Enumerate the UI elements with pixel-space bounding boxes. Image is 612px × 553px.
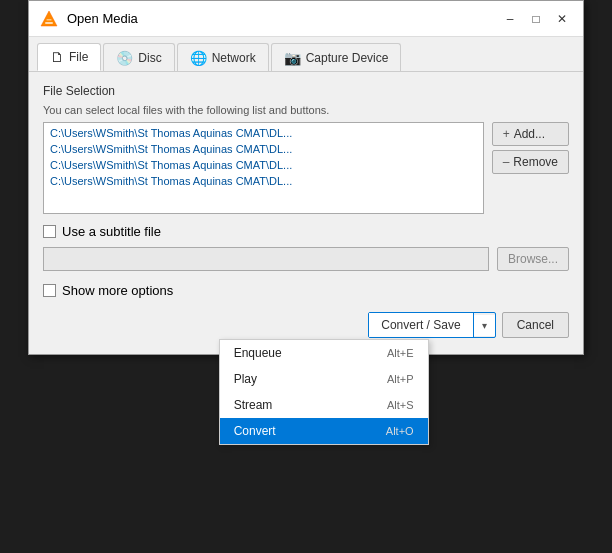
file-tab-icon: 🗋 [50,49,64,65]
file-item[interactable]: C:\Users\WSmith\St Thomas Aquinas CMAT\D… [46,125,481,141]
convert-label: Convert [234,424,276,438]
svg-rect-2 [47,19,52,21]
tab-network[interactable]: 🌐 Network [177,43,269,71]
show-more-options-checkbox[interactable] [43,284,56,297]
convert-save-dropdown-arrow[interactable]: ▾ [474,315,495,336]
file-item[interactable]: C:\Users\WSmith\St Thomas Aquinas CMAT\D… [46,141,481,157]
subtitle-checkbox[interactable] [43,225,56,238]
minimize-button[interactable]: – [499,8,521,30]
dialog-title: Open Media [67,11,138,26]
title-bar: Open Media – □ ✕ [29,1,583,37]
browse-button[interactable]: Browse... [497,247,569,271]
add-button[interactable]: + Add... [492,122,569,146]
maximize-button[interactable]: □ [525,8,547,30]
show-more-options-label: Show more options [62,283,173,298]
enqueue-menu-item[interactable]: Enqueue Alt+E [220,340,428,366]
file-item[interactable]: C:\Users\WSmith\St Thomas Aquinas CMAT\D… [46,173,481,189]
tab-file[interactable]: 🗋 File [37,43,101,71]
open-media-dialog: Open Media – □ ✕ 🗋 File 💿 Disc 🌐 Network… [28,0,584,355]
file-list[interactable]: C:\Users\WSmith\St Thomas Aquinas CMAT\D… [43,122,484,214]
subtitle-row: Use a subtitle file [43,224,569,239]
file-list-section: C:\Users\WSmith\St Thomas Aquinas CMAT\D… [43,122,569,214]
show-more-options-row: Show more options [43,283,569,298]
title-controls: – □ ✕ [499,8,573,30]
subtitle-file-input[interactable] [43,247,489,271]
remove-icon: – [503,155,510,169]
stream-menu-item[interactable]: Stream Alt+S [220,392,428,418]
tab-capture[interactable]: 📷 Capture Device [271,43,402,71]
add-icon: + [503,127,510,141]
convert-dropdown-menu: Enqueue Alt+E Play Alt+P Stream Alt+S Co… [219,339,429,445]
add-button-label: Add... [514,127,545,141]
dialog-content: File Selection You can select local file… [29,72,583,354]
remove-button[interactable]: – Remove [492,150,569,174]
play-shortcut: Alt+P [387,373,414,385]
tab-network-label: Network [212,51,256,65]
enqueue-shortcut: Alt+E [387,347,414,359]
tab-disc-label: Disc [138,51,161,65]
file-item[interactable]: C:\Users\WSmith\St Thomas Aquinas CMAT\D… [46,157,481,173]
convert-shortcut: Alt+O [386,425,414,437]
stream-label: Stream [234,398,273,412]
tab-bar: 🗋 File 💿 Disc 🌐 Network 📷 Capture Device [29,37,583,72]
file-selection-hint: You can select local files with the foll… [43,104,569,116]
title-left: Open Media [39,9,138,29]
capture-tab-icon: 📷 [284,50,301,66]
disc-tab-icon: 💿 [116,50,133,66]
file-selection-title: File Selection [43,84,569,98]
stream-shortcut: Alt+S [387,399,414,411]
vlc-logo-icon [39,9,59,29]
svg-rect-1 [45,22,53,24]
enqueue-label: Enqueue [234,346,282,360]
play-menu-item[interactable]: Play Alt+P [220,366,428,392]
remove-button-label: Remove [513,155,558,169]
close-button[interactable]: ✕ [551,8,573,30]
tab-file-label: File [69,50,88,64]
tab-capture-label: Capture Device [306,51,389,65]
convert-save-group: Convert / Save ▾ Enqueue Alt+E Play Alt+… [368,312,495,338]
bottom-bar: Convert / Save ▾ Enqueue Alt+E Play Alt+… [43,312,569,342]
convert-save-button[interactable]: Convert / Save [369,313,473,337]
subtitle-checkbox-label: Use a subtitle file [62,224,161,239]
cancel-button[interactable]: Cancel [502,312,569,338]
network-tab-icon: 🌐 [190,50,207,66]
convert-menu-item[interactable]: Convert Alt+O [220,418,428,444]
play-label: Play [234,372,257,386]
file-action-buttons: + Add... – Remove [492,122,569,214]
tab-disc[interactable]: 💿 Disc [103,43,174,71]
subtitle-input-row: Browse... [43,247,569,271]
